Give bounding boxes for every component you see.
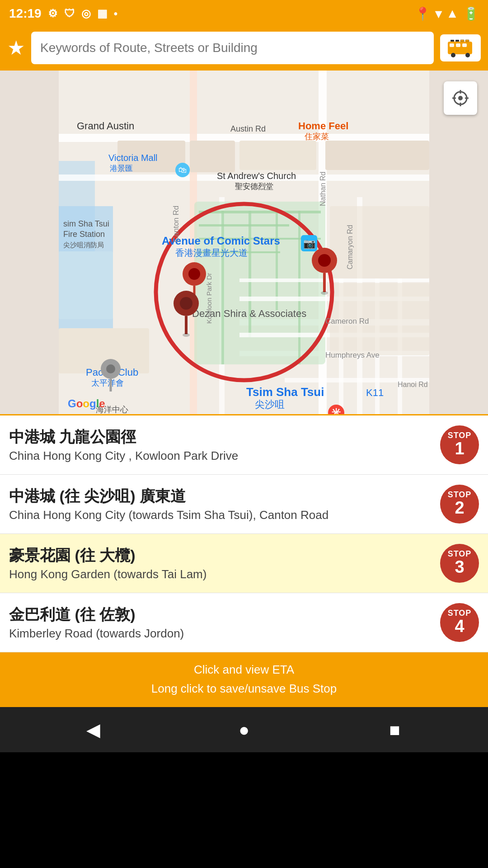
wifi-icon: ▾	[435, 6, 441, 21]
stop-name-zh: 豪景花園 (往 大欖)	[9, 545, 431, 565]
svg-rect-27	[221, 211, 224, 364]
stop-badge-3: STOP 3	[440, 544, 479, 583]
stop-badge-4: STOP 4	[440, 603, 479, 642]
stop-name-zh: 中港城 (往 尖沙咀) 廣東道	[9, 486, 431, 506]
svg-text:📷: 📷	[303, 237, 316, 250]
svg-text:Hanoi Rd: Hanoi Rd	[398, 381, 428, 388]
svg-rect-38	[190, 141, 235, 172]
svg-point-86	[183, 333, 190, 337]
svg-text:太平洋會: 太平洋會	[91, 378, 124, 387]
stop-text: 金巴利道 (往 佐敦) Kimberley Road (towards Jord…	[9, 604, 440, 640]
svg-rect-9	[465, 40, 469, 42]
stop-badge-2: STOP 2	[440, 485, 479, 524]
location-status-icon: 📍	[415, 6, 431, 21]
svg-rect-3	[462, 43, 467, 47]
svg-rect-1	[450, 43, 454, 47]
stop-badge-1: STOP 1	[440, 425, 479, 464]
back-button[interactable]: ◀	[71, 707, 116, 752]
svg-text:香港漫畫星光大道: 香港漫畫星光大道	[175, 248, 248, 258]
bus-svg	[447, 38, 474, 58]
svg-text:尖沙咀消防局: 尖沙咀消防局	[63, 241, 104, 249]
sim-icon: ▦	[97, 7, 108, 20]
signal-icon: ▲	[446, 6, 459, 21]
nav-bar: ◀ ● ■	[0, 707, 488, 752]
at-icon: ◎	[81, 7, 91, 20]
status-time: 12:19	[9, 6, 42, 21]
svg-text:Home Feel: Home Feel	[298, 120, 348, 132]
svg-text:Humphreys Ave: Humphreys Ave	[325, 351, 380, 359]
stop-name-zh: 金巴利道 (往 佐敦)	[9, 604, 431, 624]
svg-text:Canton Rd: Canton Rd	[172, 206, 180, 242]
home-button[interactable]: ●	[221, 707, 267, 752]
search-input[interactable]	[31, 32, 434, 64]
stop-name-en: Kimberley Road (towards Jordon)	[9, 627, 431, 641]
stop-item[interactable]: 豪景花園 (往 大欖) Hong Kong Garden (towards Ta…	[0, 534, 488, 593]
svg-rect-7	[455, 40, 459, 42]
svg-text:sim Sha Tsui: sim Sha Tsui	[63, 219, 109, 228]
svg-point-96	[106, 364, 115, 373]
search-bar: ★	[0, 27, 488, 71]
stop-badge-label: STOP	[448, 609, 472, 617]
stop-badge-label: STOP	[448, 550, 472, 558]
svg-text:Google: Google	[68, 397, 105, 410]
stop-item[interactable]: 中港城 (往 尖沙咀) 廣東道 China Hong Kong City (to…	[0, 475, 488, 534]
favorite-button[interactable]: ★	[7, 38, 25, 58]
svg-rect-23	[199, 211, 321, 213]
svg-text:St Andrew's Church: St Andrew's Church	[217, 171, 296, 181]
svg-text:Victoria Mall: Victoria Mall	[108, 153, 158, 163]
svg-text:Kowloon Park Dr: Kowloon Park Dr	[205, 273, 213, 324]
bus-icon-wrap	[440, 34, 481, 61]
svg-text:Tsim Sha Tsui: Tsim Sha Tsui	[246, 385, 324, 399]
svg-point-102	[458, 96, 463, 100]
location-button[interactable]	[444, 81, 477, 115]
svg-text:Cameron Rd: Cameron Rd	[325, 317, 369, 326]
svg-rect-41	[59, 251, 113, 319]
svg-text:Austin Rd: Austin Rd	[230, 124, 266, 133]
stop-text: 中港城 (往 尖沙咀) 廣東道 China Hong Kong City (to…	[9, 486, 440, 522]
svg-point-80	[188, 268, 200, 280]
crosshair-icon	[451, 89, 469, 107]
recent-button[interactable]: ■	[372, 707, 417, 752]
svg-text:港景匯: 港景匯	[110, 164, 133, 173]
svg-rect-2	[456, 43, 460, 47]
svg-rect-8	[460, 40, 464, 42]
svg-point-84	[180, 297, 192, 310]
stop-item[interactable]: 金巴利道 (往 佐敦) Kimberley Road (towards Jord…	[0, 593, 488, 652]
stop-item[interactable]: 中港城 九龍公園徑 China Hong Kong City , Kowloon…	[0, 415, 488, 475]
svg-point-5	[465, 53, 470, 57]
svg-text:Nathan Rd: Nathan Rd	[319, 172, 327, 207]
stop-badge-num: 1	[455, 439, 464, 458]
footer-line2: Long click to save/unsave Bus Stop	[9, 679, 479, 698]
stop-name-en: Hong Kong Garden (towards Tai Lam)	[9, 567, 431, 581]
map-container[interactable]: Grand Austin Victoria Mall 港景匯 Home Feel…	[0, 71, 488, 414]
shield-icon: 🛡	[64, 7, 75, 20]
svg-text:尖沙咀: 尖沙咀	[255, 399, 285, 410]
bus-icon-button[interactable]	[440, 34, 481, 61]
svg-point-4	[451, 53, 455, 57]
footer-hint: Click and view ETA Long click to save/un…	[0, 652, 488, 707]
stop-badge-num: 2	[455, 499, 464, 518]
svg-text:K11: K11	[366, 387, 384, 398]
dot-icon: •	[114, 7, 117, 20]
stop-text: 中港城 九龍公園徑 China Hong Kong City , Kowloon…	[9, 427, 440, 462]
footer-line1: Click and view ETA	[9, 660, 479, 679]
settings-icon: ⚙	[48, 7, 58, 20]
stop-name-en: China Hong Kong City , Kowloon Park Driv…	[9, 449, 431, 463]
svg-point-78	[321, 291, 328, 295]
svg-text:Grand Austin: Grand Austin	[77, 120, 134, 132]
svg-rect-30	[298, 211, 300, 364]
svg-rect-43	[330, 206, 429, 278]
svg-text:🛍: 🛍	[178, 165, 187, 175]
svg-text:米: 米	[331, 408, 341, 414]
status-right: 📍 ▾ ▲ 🔋	[415, 6, 479, 21]
stop-badge-label: STOP	[448, 431, 472, 439]
status-left: 12:19 ⚙ 🛡 ◎ ▦ •	[9, 6, 117, 21]
stop-badge-num: 3	[455, 558, 464, 577]
map-svg: Grand Austin Victoria Mall 港景匯 Home Feel…	[0, 71, 488, 414]
svg-rect-29	[276, 211, 278, 310]
status-bar: 12:19 ⚙ 🛡 ◎ ▦ • 📍 ▾ ▲ 🔋	[0, 0, 488, 27]
svg-text:住家菜: 住家菜	[304, 132, 329, 141]
svg-text:Camaryon Rd: Camaryon Rd	[346, 225, 354, 269]
stop-text: 豪景花園 (往 大欖) Hong Kong Garden (towards Ta…	[9, 545, 440, 581]
stop-badge-num: 4	[455, 617, 464, 636]
